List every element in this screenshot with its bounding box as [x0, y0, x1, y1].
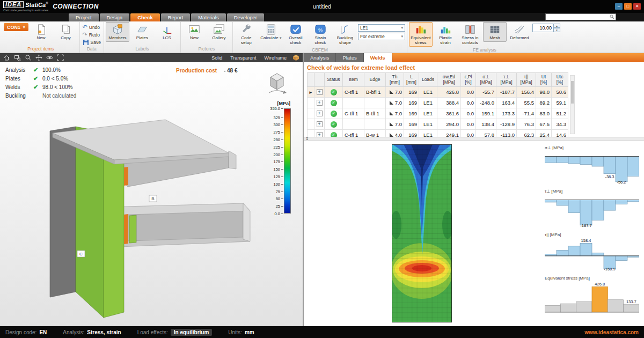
zoom-window-icon[interactable]: [14, 54, 21, 61]
minimize-button[interactable]: –: [615, 3, 623, 10]
scale-tick-mark: [281, 199, 283, 199]
results-tab-plates[interactable]: Plates: [336, 53, 363, 62]
scale-tick: 50: [276, 196, 280, 201]
status-ok-icon: ✓: [331, 111, 337, 117]
item-cell: [343, 98, 364, 108]
table-row[interactable]: +✓7.0169LE1294.00.0138.4-128.976.367.534…: [308, 119, 568, 130]
eps-pl-cell: 0.0: [461, 130, 476, 137]
results-tab-analysis[interactable]: Analysis: [304, 53, 336, 62]
close-button[interactable]: ✕: [633, 3, 641, 10]
plastic-strain-button[interactable]: Plastic strain: [434, 22, 457, 47]
gallery-button[interactable]: Gallery: [207, 22, 231, 42]
splitter-handle-icon[interactable]: ⇕: [305, 137, 309, 141]
wrench-icon: [240, 24, 253, 35]
utc-cell: 51.2: [552, 108, 568, 119]
horizontal-splitter[interactable]: ⇕: [304, 137, 644, 141]
calculate-button[interactable]: Calculate ▾: [259, 22, 283, 42]
weld-icon: [390, 101, 393, 105]
website-link[interactable]: www.ideastatica.com: [584, 329, 639, 335]
scale-tick: 150: [273, 167, 280, 172]
edge-cell: B-w 1: [364, 130, 386, 137]
orientation-cube[interactable]: [265, 71, 289, 97]
production-cost: Production cost - 48 €: [176, 68, 237, 74]
column-header-empty: [314, 73, 325, 87]
search-box[interactable]: [545, 13, 616, 20]
mesh-button[interactable]: Mesh: [483, 22, 507, 42]
load-effect-select[interactable]: LE1▾: [358, 24, 405, 32]
result-chart-1: τ⊥ [MPa]-187.7: [545, 189, 641, 229]
display-mode-transparent[interactable]: Transparent: [228, 55, 258, 61]
new-project-item-button[interactable]: New: [30, 22, 53, 42]
save-button[interactable]: Save: [82, 39, 102, 46]
plates-labels-button[interactable]: Plates: [130, 22, 154, 42]
ribbon-tab-project[interactable]: Project: [69, 13, 99, 21]
chart-plot: -187.7: [545, 194, 639, 227]
utc-cell: 50.6: [552, 87, 568, 98]
tau-perp-cell: -128.9: [496, 119, 517, 130]
copy-project-item-button[interactable]: Copy: [54, 22, 78, 42]
scale-tick-mark: [281, 155, 283, 155]
ribbon-tab-materials[interactable]: Materials: [191, 13, 226, 21]
deformed-button[interactable]: Deformed: [508, 22, 531, 42]
code-setup-button[interactable]: Code setup: [235, 22, 258, 47]
stress-in-contacts-button[interactable]: Stress in contacts: [458, 22, 482, 47]
statusbar-item: Units:mm: [228, 329, 254, 335]
scrollbar-thumb[interactable]: [571, 81, 574, 104]
expand-row-button[interactable]: +: [317, 132, 323, 137]
display-mode-solid[interactable]: Solid: [209, 55, 224, 61]
zoom-fit-icon[interactable]: [57, 54, 64, 61]
pan-icon[interactable]: [35, 54, 42, 61]
members-labels-button[interactable]: Members: [106, 22, 129, 42]
expand-row-button[interactable]: +: [317, 89, 323, 95]
display-cube-icon[interactable]: [292, 54, 299, 61]
ribbon-tab-developer[interactable]: Developer: [227, 13, 264, 21]
ribbon-tab-report[interactable]: Report: [161, 13, 191, 21]
scale-tick-mark: [281, 117, 283, 118]
app-logo: IDEA StatiCa® Calculate yesterday's esti…: [3, 1, 48, 12]
con1-dropdown[interactable]: CON1▾: [4, 23, 28, 31]
table-row[interactable]: +✓C-tfl 1B-w 14.0169LE1249.10.057.8-113.…: [308, 130, 568, 137]
equivalent-stress-button[interactable]: Equivalent stress: [409, 22, 433, 47]
expand-row-button[interactable]: +: [317, 100, 323, 106]
deformed-scale-input[interactable]: [532, 24, 554, 32]
display-mode-wireframe[interactable]: Wireframe: [262, 55, 289, 61]
deformed-scale-spinner[interactable]: ▴ ▾: [532, 24, 560, 32]
model-3d[interactable]: B C: [15, 115, 267, 324]
expand-row-button[interactable]: +: [317, 121, 323, 127]
spin-up-icon[interactable]: ▴: [554, 24, 560, 28]
check-ok-icon: ✔: [33, 75, 42, 82]
status-ok-icon: ✓: [331, 100, 337, 106]
check-status-item: BucklingNot calculated: [5, 91, 76, 100]
new-picture-button[interactable]: New: [182, 22, 206, 42]
redo-button[interactable]: ↷Redo: [82, 31, 102, 38]
ribbon-tab-check[interactable]: Check: [130, 13, 160, 21]
th-cell: 7.0: [386, 87, 404, 98]
extreme-filter-select[interactable]: For extreme▾: [358, 33, 405, 40]
overall-check-button[interactable]: Overall check: [284, 22, 308, 47]
table-row[interactable]: +✓C-tfl 1B-tfl 17.0169LE1361.60.0159.117…: [308, 108, 568, 119]
home-view-icon[interactable]: [3, 54, 10, 61]
statusbar-label: Design code:: [5, 329, 36, 335]
maximize-button[interactable]: □: [624, 3, 632, 10]
ut-cell: 83.0: [536, 108, 552, 119]
chevron-down-icon: ▾: [23, 25, 25, 30]
spin-down-icon[interactable]: ▾: [554, 28, 560, 32]
scale-tick: 275: [273, 130, 280, 135]
expand-row-button[interactable]: +: [317, 111, 323, 116]
orbit-icon[interactable]: [46, 54, 53, 61]
undo-button[interactable]: ↶Undo: [82, 24, 102, 31]
strain-check-button[interactable]: % Strain check: [309, 22, 332, 47]
table-scrollbar[interactable]: [570, 75, 575, 134]
ribbon-tab-design[interactable]: Design: [100, 13, 130, 21]
ribbon-group-cbfem: Code setup Calculate ▾ Overall check % S…: [232, 22, 407, 53]
viewport-3d[interactable]: Analysis✔100.0%Plates✔0.0 < 5.0%Welds✔98…: [0, 62, 303, 326]
table-row[interactable]: +✓7.0169LE1388.40.0-248.0163.455.589.259…: [308, 98, 568, 108]
lcs-labels-button[interactable]: LCS: [155, 22, 179, 42]
zoom-icon[interactable]: [25, 54, 32, 61]
group-label-data: Data: [82, 46, 102, 53]
buckling-shape-button[interactable]: Buckling shape: [333, 22, 357, 47]
results-tab-welds[interactable]: Welds: [364, 53, 392, 62]
table-row[interactable]: ▸+✓C-tfl 1B-bfl 17.0169LE1426.80.0-55.7-…: [308, 87, 568, 98]
scale-tick-mark: [281, 139, 283, 140]
search-input[interactable]: [546, 14, 610, 20]
